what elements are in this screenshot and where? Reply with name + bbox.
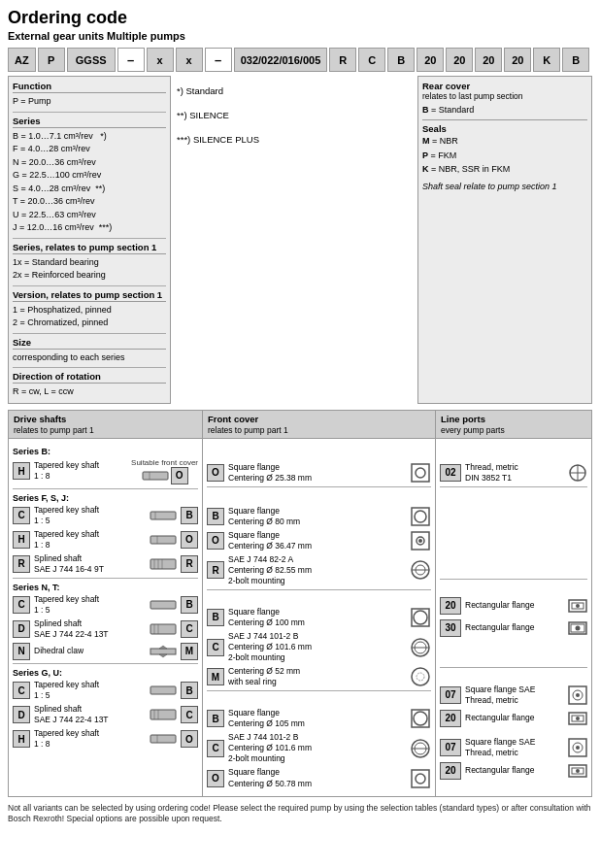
- svg-point-24: [416, 468, 425, 478]
- series-nt-label-ds: Series N, T:: [13, 583, 198, 592]
- shaft-icon-gh: [150, 732, 177, 746]
- col-front-cover-header: Front coverrelates to pump part 1: [203, 411, 436, 438]
- code-cell-az: AZ: [8, 48, 36, 72]
- svg-point-46: [416, 774, 425, 784]
- page-subtitle: External gear units Multiple pumps: [8, 30, 592, 42]
- svg-point-58: [576, 693, 580, 697]
- front-desc-gb: Square flangeCentering Ø 105 mm: [228, 708, 406, 729]
- port-desc-02: Thread, metricDIN 3852 T1: [465, 462, 564, 484]
- port-code-gu07: 07: [440, 686, 461, 704]
- shaft-fsj-c: C Tapered key shaft1 : 5 B: [13, 505, 198, 526]
- port-code-gu2-20: 20: [440, 762, 461, 780]
- suitable-gc: B: [181, 682, 198, 699]
- rear-cover-sub: relates to last pump section: [422, 91, 587, 101]
- front-icon-bo: [410, 462, 431, 484]
- legend-series-n: N = 20.0…36 cm³/rev: [13, 156, 166, 170]
- shaft-icon-fc: [150, 509, 177, 522]
- shaft-icon-bh: [142, 469, 169, 483]
- series-gu-label-ds: Series G, U:: [13, 668, 198, 678]
- seals-p: P = FKM: [422, 149, 587, 162]
- footer-note: Not all variants can be selected by usin…: [8, 803, 592, 826]
- port-code-02: 02: [440, 464, 461, 482]
- front-icon-fr: [410, 559, 431, 581]
- svg-point-38: [412, 668, 429, 685]
- shaft-icon-nd: [150, 622, 177, 636]
- svg-rect-14: [150, 649, 176, 654]
- legend-direction-item: R = cw, L = ccw: [13, 385, 166, 399]
- code-row: AZ P GGSS – x x – 032/022/016/005 R C B …: [8, 48, 592, 72]
- shaft-code-gc: C: [13, 682, 30, 699]
- shaft-desc-bh: Tapered key shaft1 : 8: [34, 460, 128, 482]
- suitable-fh: O: [181, 531, 198, 549]
- shaft-nt-c: C Tapered key shaft1 : 5 B: [13, 594, 198, 616]
- legend-function-title: Function: [13, 81, 166, 93]
- port-gu-07: 07 Square flange SAEThread, metric: [440, 684, 587, 706]
- seals-note: Shaft seal relate to pump section 1: [422, 180, 587, 193]
- port-desc-gu07: Square flange SAEThread, metric: [465, 684, 564, 706]
- col-drive-shafts-header: Drive shaftsrelates to pump part 1: [9, 411, 203, 438]
- port-fsj-empty: [440, 490, 587, 576]
- suitable-gd: C: [181, 706, 198, 723]
- shaft-fsj-h: H Tapered key shaft1 : 8 O: [13, 529, 198, 551]
- series-b-label-ds: Series B:: [13, 447, 198, 456]
- legend-series-b: B = 1.0…7.1 cm³/rev *): [13, 130, 166, 144]
- shaft-icon-gc: [150, 684, 177, 697]
- front-fsj-r: R SAE J 744 82-2 ACentering Ø 82.55 mm2-…: [207, 554, 431, 586]
- front-code-fo: O: [207, 532, 224, 550]
- svg-rect-45: [412, 770, 429, 787]
- svg-rect-2: [150, 512, 176, 519]
- legend-series-j: J = 12.0…16 cm³/rev ***): [13, 221, 166, 235]
- front-desc-gc2: SAE J 744 101-2 BCentering Ø 101.6 mm2-b…: [228, 732, 406, 764]
- svg-point-39: [417, 673, 424, 681]
- code-cell-x1: x: [147, 48, 174, 72]
- main-content: Function P = Pump Series B = 1.0…7.1 cm³…: [8, 76, 592, 404]
- shaft-gu-h: H Tapered key shaft1 : 8 O: [13, 728, 198, 750]
- front-desc-nm: Centering Ø 52 mmwith seal ring: [228, 666, 406, 687]
- legend-series-g: G = 22.5…100 cm³/rev: [13, 169, 166, 183]
- legend-series-t: T = 20.0…36 cm³/rev: [13, 195, 166, 209]
- code-cell-b2: B: [562, 48, 589, 72]
- front-icon-gb: [410, 708, 431, 729]
- legend-size-title: Size: [13, 337, 166, 350]
- port-nt-20: 20 Rectangular flange: [440, 596, 587, 616]
- suitable-fr: R: [181, 555, 198, 573]
- port-desc-gu2-07: Square flange SAEThread, metric: [465, 737, 564, 758]
- svg-point-34: [414, 611, 427, 624]
- legend-bearing-1x: 1x = Standard bearing: [13, 256, 166, 270]
- legend-series-note-title: Series, relates to pump section 1: [13, 242, 166, 254]
- rear-cover-title: Rear cover: [422, 81, 587, 91]
- legend-size-item: corresponding to each series: [13, 351, 166, 365]
- port-b-02: 02 Thread, metricDIN 3852 T1: [440, 462, 587, 484]
- svg-point-64: [576, 746, 580, 750]
- shaft-code-bh: H: [13, 462, 30, 480]
- legend-series-f: F = 4.0…28 cm³/rev: [13, 143, 166, 156]
- code-cell-sizes: 032/022/016/005: [234, 48, 328, 72]
- legend-function-item: P = Pump: [13, 95, 166, 109]
- code-cell-20a: 20: [417, 48, 444, 72]
- port-code-gu2-07: 07: [440, 739, 461, 756]
- shaft-desc-gc: Tapered key shaft1 : 5: [34, 680, 146, 701]
- port-gu-20: 20 Rectangular flange: [440, 709, 587, 728]
- port-icon-gu2-20: [568, 761, 587, 781]
- port-desc-nt20: Rectangular flange: [465, 600, 564, 611]
- shaft-icon-fh: [150, 533, 177, 547]
- svg-point-41: [414, 712, 427, 725]
- front-desc-bo: Square flangeCentering Ø 25.38 mm: [228, 462, 406, 484]
- svg-marker-16: [159, 654, 167, 657]
- series-fsj-label-ds: Series F, S, J:: [13, 493, 198, 503]
- legend-series-s: S = 4.0…28 cm³/rev **): [13, 183, 166, 196]
- front-desc-go: Square flangeCentering Ø 50.78 mm: [228, 767, 406, 788]
- front-desc-fb: Square flangeCentering Ø 80 mm: [228, 506, 406, 527]
- legend-version-1: 1 = Phosphatized, pinned: [13, 304, 166, 317]
- svg-marker-15: [159, 646, 167, 649]
- port-nt-30: 30 Rectangular flange: [440, 618, 587, 638]
- suitable-fc: B: [181, 507, 198, 524]
- front-icon-nb: [410, 607, 431, 628]
- seals-m: M = NBR: [422, 134, 587, 148]
- suitable-label-b: Suitable front cover: [131, 458, 198, 467]
- port-gu2-20: 20 Rectangular flange: [440, 761, 587, 781]
- col-line-ports: 02 Thread, metricDIN 3852 T1 20 Rectangu…: [436, 439, 591, 796]
- svg-rect-17: [150, 686, 176, 694]
- shaft-nt-d: D Splined shaftSAE J 744 22-4 13T C: [13, 618, 198, 640]
- shaft-desc-nn: Dihedral claw: [34, 646, 146, 656]
